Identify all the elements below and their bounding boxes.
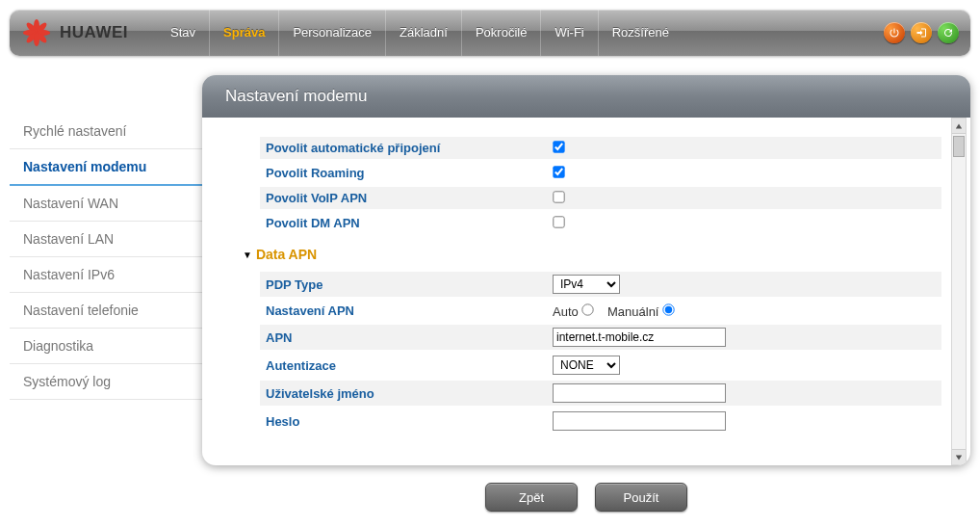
scroll-thumb[interactable] xyxy=(953,136,965,157)
username-input[interactable] xyxy=(553,383,726,403)
auth-label: Autentizace xyxy=(260,355,549,377)
pdp-type-select[interactable]: IPv4 xyxy=(553,275,620,294)
password-label: Heslo xyxy=(260,410,549,433)
dm-apn-label: Povolit DM APN xyxy=(260,212,549,234)
voip-apn-label: Povolit VoIP APN xyxy=(260,187,549,209)
apn-auto-radio-label[interactable]: Auto xyxy=(553,304,598,319)
nav-stav[interactable]: Stav xyxy=(157,10,209,56)
voip-apn-checkbox[interactable] xyxy=(553,191,564,202)
collapse-triangle-icon: ▼ xyxy=(243,250,252,260)
brand-logo: HUAWEI xyxy=(17,16,138,49)
logout-icon[interactable] xyxy=(911,22,932,43)
top-navbar: HUAWEI Stav Správa Personalizace Základn… xyxy=(10,10,970,56)
apn-auto-radio[interactable] xyxy=(582,303,594,315)
sidebar-item-ipv6[interactable]: Nastavení IPv6 xyxy=(10,257,202,293)
sidebar-item-telephony[interactable]: Nastavení telefonie xyxy=(10,293,202,329)
panel-scrollbar[interactable] xyxy=(951,118,967,465)
scroll-down-arrow-icon[interactable] xyxy=(952,449,966,464)
nav-rozsirene[interactable]: Rozšířené xyxy=(598,10,683,56)
refresh-icon[interactable] xyxy=(938,22,959,43)
main-nav: Stav Správa Personalizace Základní Pokro… xyxy=(157,10,884,56)
apn-input[interactable] xyxy=(553,328,726,347)
section-data-apn-label: Data APN xyxy=(256,247,317,262)
nav-wifi[interactable]: Wi-Fi xyxy=(540,10,597,56)
nav-pokrocile[interactable]: Pokročilé xyxy=(461,10,540,56)
nav-personalizace[interactable]: Personalizace xyxy=(278,10,385,56)
auth-select[interactable]: NONE xyxy=(553,356,620,375)
apply-button[interactable]: Použít xyxy=(595,483,687,512)
pdp-type-label: PDP Type xyxy=(260,274,549,296)
username-label: Uživatelské jméno xyxy=(260,382,549,405)
apn-label: APN xyxy=(260,327,549,349)
sidebar-item-syslog[interactable]: Systémový log xyxy=(10,364,202,400)
power-icon[interactable] xyxy=(884,22,905,43)
huawei-petal-icon xyxy=(19,18,54,47)
nav-sprava[interactable]: Správa xyxy=(209,10,278,56)
scroll-up-arrow-icon[interactable] xyxy=(952,119,966,134)
password-input[interactable] xyxy=(553,411,726,431)
dm-apn-checkbox[interactable] xyxy=(553,216,564,227)
sidebar-item-diagnostics[interactable]: Diagnostika xyxy=(10,329,202,364)
brand-text: HUAWEI xyxy=(60,23,128,42)
apn-manual-radio[interactable] xyxy=(662,303,674,315)
svg-point-7 xyxy=(34,33,39,46)
apn-setting-label: Nastavení APN xyxy=(260,300,549,322)
roaming-checkbox[interactable] xyxy=(553,166,564,177)
sidebar-item-lan[interactable]: Nastavení LAN xyxy=(10,222,202,257)
settings-panel: Nastavení modemu Povolit automatické při… xyxy=(202,75,970,465)
auto-connect-label: Povolit automatické připojení xyxy=(260,137,549,159)
nav-icon-group xyxy=(884,22,959,43)
roaming-label: Povolit Roaming xyxy=(260,162,549,184)
sidebar-item-wan[interactable]: Nastavení WAN xyxy=(10,186,202,222)
nav-zakladni[interactable]: Základní xyxy=(385,10,461,56)
sidebar-item-modemsettings[interactable]: Nastavení modemu xyxy=(10,149,202,186)
section-data-apn[interactable]: ▼ Data APN xyxy=(243,237,941,272)
panel-title: Nastavení modemu xyxy=(202,75,970,118)
sidebar-item-quicksetup[interactable]: Rychlé nastavení xyxy=(10,114,202,149)
auto-connect-checkbox[interactable] xyxy=(553,141,564,152)
apn-manual-radio-label[interactable]: Manuální xyxy=(607,304,675,319)
back-button[interactable]: Zpět xyxy=(485,483,578,512)
sidebar: Rychlé nastavení Nastavení modemu Nastav… xyxy=(10,75,202,519)
